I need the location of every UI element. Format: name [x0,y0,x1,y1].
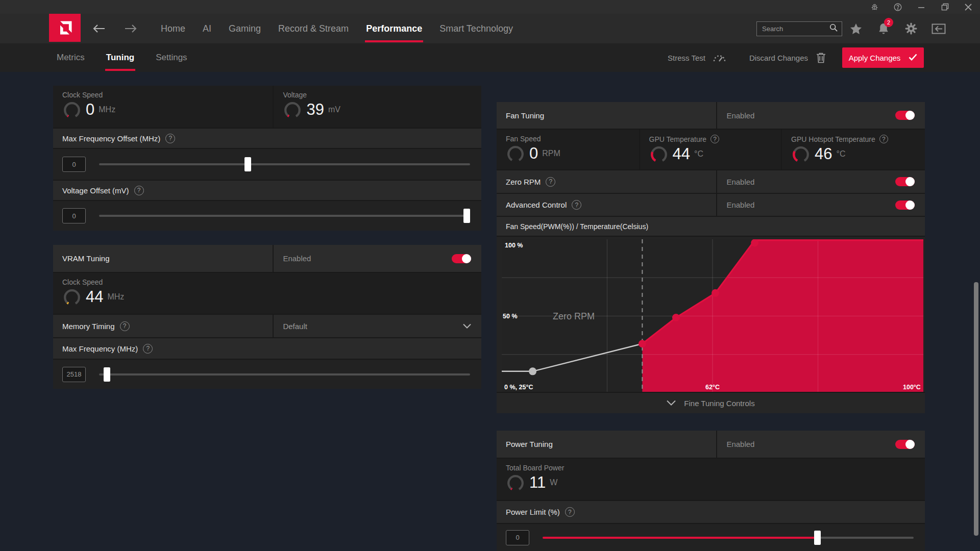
power-limit-input[interactable]: 0 [506,530,529,545]
memory-timing-dropdown[interactable]: Default [273,315,481,337]
svg-text:0 %, 25°C: 0 %, 25°C [504,384,533,391]
search-placeholder: Search [762,25,829,33]
advanced-control-label: Advanced Control [506,201,567,209]
slider-thumb[interactable] [104,367,110,382]
nav-item-record-stream[interactable]: Record & Stream [270,14,357,43]
vram-clock-speed-gauge: Clock Speed 44 MHz [53,273,481,307]
forward-arrow-icon[interactable] [121,19,140,38]
max-frequency-offset-slider[interactable] [99,157,470,172]
active-tab-underline [105,69,135,71]
svg-text:100°C: 100°C [903,384,921,391]
vertical-scrollbar[interactable] [974,282,978,536]
tab-metrics[interactable]: Metrics [46,43,95,72]
tab-tuning[interactable]: Tuning [95,43,145,72]
help-icon[interactable]: ? [572,200,581,210]
overlay-panel-icon[interactable] [925,14,952,43]
max-frequency-offset-input[interactable]: 0 [62,157,86,172]
svg-text:62°C: 62°C [705,384,720,391]
nav-item-smart-technology[interactable]: Smart Technology [431,14,522,43]
total-board-power-gauge: Total Board Power 11 W [497,459,925,492]
search-input[interactable]: Search [756,21,842,36]
power-tuning-panel: Power Tuning Enabled Total Board Power 1… [497,431,925,551]
svg-text:100 %: 100 % [505,242,523,249]
back-arrow-icon[interactable] [90,19,108,38]
fan-tuning-toggle[interactable] [895,111,915,120]
fan-tuning-title: Fan Tuning [506,111,544,120]
svg-text:Zero RPM: Zero RPM [553,311,595,321]
fan-tuning-panel: Fan Tuning Enabled Fan Speed 0 RPM GPU T… [497,102,925,413]
gpu-hotspot-temperature-gauge: GPU Hotspot Temperature ? 46 °C [781,130,923,169]
amd-logo[interactable] [49,14,81,42]
help-icon[interactable]: ? [120,321,130,331]
gpu-temperature-gauge: GPU Temperature ? 44 °C [639,130,781,169]
vram-tuning-panel: VRAM Tuning Enabled Clock Speed 44 MHz M… [53,245,481,389]
settings-gear-icon[interactable] [897,14,925,43]
debug-icon[interactable] [863,0,886,14]
gauge-arc-icon [283,100,302,119]
max-frequency-slider[interactable] [99,367,470,382]
zero-rpm-label: Zero RPM [506,178,541,186]
help-icon[interactable]: ? [134,186,144,195]
gauge-arc-icon [791,144,811,164]
gauge-arc-icon [649,144,669,164]
help-icon[interactable]: ? [565,507,575,517]
restore-icon[interactable] [933,0,957,14]
clock-speed-gauge: Clock Speed 0 MHz [53,86,115,128]
tuning-content: Clock Speed 0 MHz Voltage 39 mV Max Freq… [0,72,980,551]
max-frequency-input[interactable]: 2518 [62,367,86,382]
voltage-gauge: Voltage 39 mV [274,86,340,128]
stress-test-button[interactable]: Stress Test [668,54,705,62]
help-icon[interactable]: ? [165,134,175,143]
fan-speed-gauge: Fan Speed 0 RPM [497,130,639,169]
slider-thumb[interactable] [463,209,470,223]
power-tuning-title: Power Tuning [506,440,553,448]
slider-thumb[interactable] [814,531,821,545]
gpu-tuning-panel: Clock Speed 0 MHz Voltage 39 mV Max Freq… [53,86,481,231]
fan-curve-plot[interactable]: 100 %50 %0 %, 25°C62°C100°CZero RPM [502,239,923,393]
main-nav: Home AI Gaming Record & Stream Performan… [0,14,980,43]
nav-item-home[interactable]: Home [152,14,194,43]
performance-subnav: Metrics Tuning Settings Stress Test Disc… [0,43,980,72]
slider-thumb[interactable] [244,157,251,171]
notification-badge: 2 [884,18,893,27]
main-menu: Home AI Gaming Record & Stream Performan… [152,14,522,43]
power-limit-header: Power Limit (%) ? [497,500,925,523]
nav-item-performance[interactable]: Performance [357,14,431,43]
favorites-star-icon[interactable] [842,14,870,43]
voltage-offset-input[interactable]: 0 [62,208,86,223]
discard-changes-button[interactable]: Discard Changes [749,54,808,62]
fine-tuning-controls-expander[interactable]: Fine Tuning Controls [497,392,925,413]
max-frequency-offset-header: Max Frequency Offset (MHz) ? [53,128,481,148]
help-icon[interactable]: ? [143,344,153,354]
chevron-down-icon [667,398,676,408]
close-icon[interactable] [957,0,980,14]
tab-settings[interactable]: Settings [145,43,198,72]
gauge-arc-icon [62,100,82,119]
trash-icon[interactable] [816,52,826,63]
fan-chart-title: Fan Speed(PWM(%)) / Temperature(Celsius) [497,216,925,236]
power-limit-slider[interactable] [543,530,914,545]
nav-item-gaming[interactable]: Gaming [220,14,270,43]
voltage-offset-slider[interactable] [99,208,470,223]
power-tuning-toggle[interactable] [895,440,915,449]
check-icon [909,54,917,62]
fan-curve-chart[interactable]: 100 %50 %0 %, 25°C62°C100°CZero RPM [497,236,925,392]
notifications-bell-icon[interactable]: 2 [870,14,897,43]
nav-item-ai[interactable]: AI [194,14,220,43]
gauge-arc-icon [506,473,525,492]
advanced-control-toggle[interactable] [895,201,915,210]
minimize-icon[interactable] [910,0,933,14]
memory-timing-label: Memory Timing [62,322,115,331]
help-icon[interactable]: ? [879,135,888,143]
search-icon [829,23,838,34]
vram-tuning-toggle[interactable] [452,254,471,263]
help-icon[interactable]: ? [546,177,555,187]
help-icon[interactable]: ? [710,135,719,143]
max-frequency-header: Max Frequency (MHz) ? [53,337,481,359]
zero-rpm-toggle[interactable] [895,177,915,186]
gauge-arc-icon [506,144,525,163]
stress-test-gauge-icon[interactable] [713,53,726,63]
apply-changes-button[interactable]: Apply Changes [842,47,924,68]
vram-tuning-title: VRAM Tuning [62,254,110,263]
help-icon[interactable] [886,0,910,14]
